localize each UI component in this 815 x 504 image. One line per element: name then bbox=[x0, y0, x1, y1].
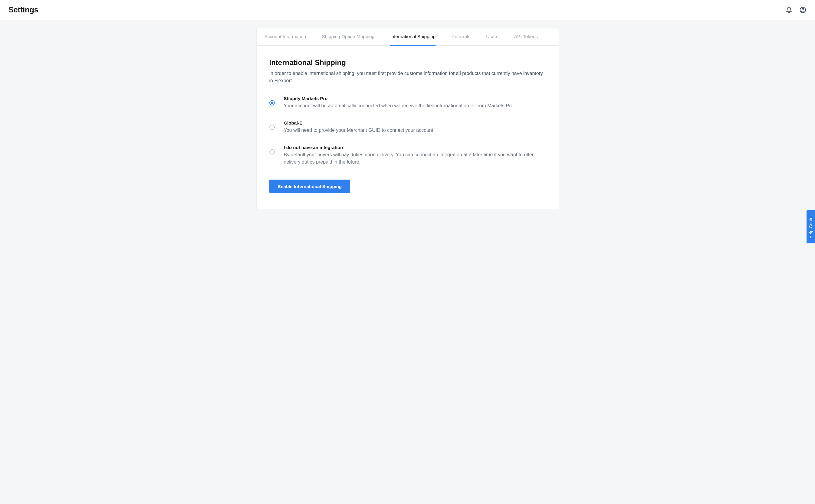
radio-input[interactable] bbox=[269, 100, 275, 106]
help-center-label: Help Center bbox=[808, 215, 813, 217]
help-center-tab[interactable]: Help Center bbox=[807, 210, 815, 217]
radio-circle bbox=[269, 125, 275, 130]
radio-dot bbox=[271, 102, 273, 104]
radio-title: I do not have an integration bbox=[284, 145, 546, 150]
radio-body: Shopify Markets Pro Your account will be… bbox=[284, 96, 546, 109]
tabs: Account Information Shipping Option Mapp… bbox=[257, 28, 559, 46]
radio-circle bbox=[269, 100, 275, 106]
section-title: International Shipping bbox=[269, 58, 546, 67]
account-icon[interactable] bbox=[799, 6, 807, 14]
tab-shipping-option-mapping[interactable]: Shipping Option Mapping bbox=[322, 28, 374, 46]
main-wrapper: Account Information Shipping Option Mapp… bbox=[251, 28, 565, 209]
notifications-icon[interactable] bbox=[785, 6, 793, 14]
top-icons bbox=[785, 6, 807, 14]
radio-circle bbox=[269, 149, 275, 154]
radio-description: By default your buyers will pay duties u… bbox=[284, 151, 546, 166]
tab-users[interactable]: Users bbox=[486, 28, 498, 46]
radio-option-no-integration: I do not have an integration By default … bbox=[269, 145, 546, 166]
top-bar: Settings bbox=[0, 0, 815, 20]
radio-description: Your account will be automatically conne… bbox=[284, 102, 546, 109]
radio-input[interactable] bbox=[269, 149, 275, 154]
radio-title: Global-E bbox=[284, 120, 546, 125]
radio-option-global-e: Global-E You will need to provide your M… bbox=[269, 120, 546, 134]
radio-input[interactable] bbox=[269, 125, 275, 130]
radio-body: I do not have an integration By default … bbox=[284, 145, 546, 166]
page-title: Settings bbox=[8, 5, 38, 14]
tab-account-information[interactable]: Account Information bbox=[265, 28, 306, 46]
radio-title: Shopify Markets Pro bbox=[284, 96, 546, 101]
svg-point-1 bbox=[802, 8, 804, 10]
section-description: In order to enable international shippin… bbox=[269, 70, 546, 84]
tab-api-tokens[interactable]: API Tokens bbox=[514, 28, 538, 46]
radio-body: Global-E You will need to provide your M… bbox=[284, 120, 546, 134]
enable-international-shipping-button[interactable]: Enable International Shipping bbox=[269, 180, 350, 193]
tab-referrals[interactable]: Referrals bbox=[451, 28, 470, 46]
tab-content: International Shipping In order to enabl… bbox=[257, 46, 559, 209]
radio-description: You will need to provide your Merchant G… bbox=[284, 127, 546, 134]
tab-international-shipping[interactable]: International Shipping bbox=[390, 28, 435, 46]
settings-card: Account Information Shipping Option Mapp… bbox=[257, 28, 559, 209]
radio-option-shopify-markets-pro: Shopify Markets Pro Your account will be… bbox=[269, 96, 546, 109]
